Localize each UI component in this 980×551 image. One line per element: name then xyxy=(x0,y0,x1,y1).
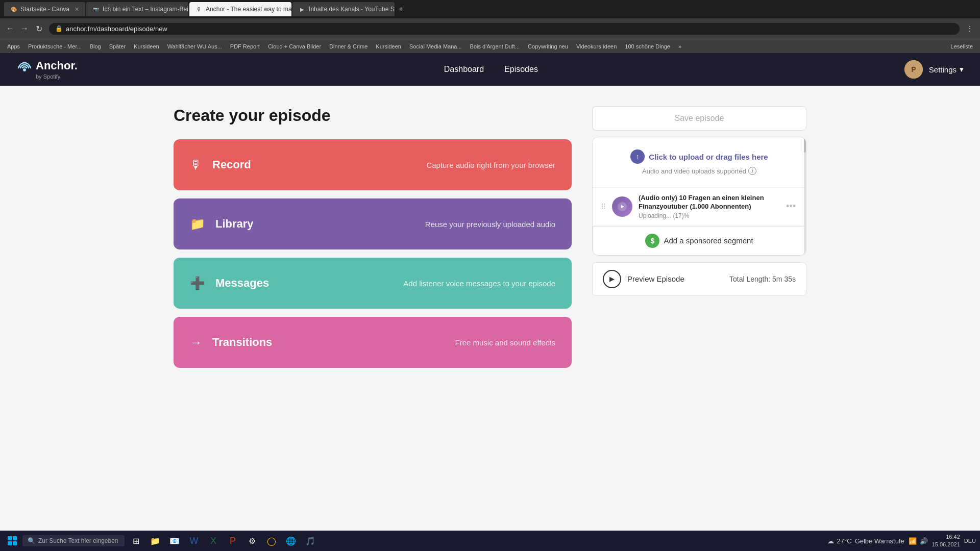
settings-button[interactable]: Settings ▾ xyxy=(929,65,964,74)
system-icons: 📶 🔊 xyxy=(909,537,928,545)
record-card[interactable]: 🎙 Record Capture audio right from your b… xyxy=(174,139,572,190)
play-button[interactable]: ▶ xyxy=(603,270,621,288)
volume-icon[interactable]: 🔊 xyxy=(920,537,928,545)
bookmark-pdf-label: PDF Report xyxy=(230,43,260,49)
bookmark-more[interactable]: » xyxy=(675,42,684,51)
taskbar-search-placeholder: Zur Suche Text hier eingeben xyxy=(38,537,118,544)
bookmark-canva[interactable]: Cloud + Canva Bilder xyxy=(265,42,324,51)
bookmark-produktsuche[interactable]: Produktsuche - Mer... xyxy=(25,42,85,51)
taskbar-excel[interactable]: X xyxy=(204,532,223,550)
start-button[interactable] xyxy=(4,533,20,549)
record-card-desc: Capture audio right from your browser xyxy=(426,161,555,169)
tab-1-label: Startseite - Canva xyxy=(20,6,69,13)
upload-area[interactable]: ↑ Click to upload or drag files here Aud… xyxy=(593,137,806,188)
bookmark-social[interactable]: Social Media Mana... xyxy=(406,42,465,51)
taskbar-clock[interactable]: 16:42 15.06.2021 xyxy=(932,533,960,549)
tab-2[interactable]: 📷 Ich bin ein Text – Instagram-Bei... ✕ xyxy=(86,2,188,16)
avatar: P xyxy=(904,60,923,79)
drag-handle-icon[interactable]: ⠿ xyxy=(601,203,606,211)
taskbar-file-explorer[interactable]: 📁 xyxy=(146,532,164,550)
weather-icon[interactable]: ☁ xyxy=(827,537,834,545)
taskbar-search[interactable]: 🔍 Zur Suche Text hier eingeben xyxy=(22,535,125,546)
logo-icon xyxy=(16,61,33,78)
record-card-icon: 🎙 xyxy=(190,158,202,172)
track-status: Uploading... (17)% xyxy=(639,212,778,219)
episode-panel: ↑ Click to upload or drag files here Aud… xyxy=(592,137,806,256)
upload-link[interactable]: ↑ Click to upload or drag files here xyxy=(605,149,794,164)
back-button[interactable]: ← xyxy=(4,22,16,35)
nav-episodes[interactable]: Episodes xyxy=(504,65,538,74)
info-icon[interactable]: i xyxy=(748,167,756,175)
bookmark-copywriting[interactable]: Copywriting neu xyxy=(525,42,571,51)
app-header: Anchor. by Spotify Dashboard Episodes P … xyxy=(0,53,980,86)
bookmark-kursideen2-label: Kursideen xyxy=(376,43,401,49)
sponsored-segment-button[interactable]: $ Add a sponsored segment xyxy=(593,226,806,256)
system-tray: ☁ 27°C Gelbe Warnstufe xyxy=(827,537,904,545)
transitions-card[interactable]: → Transitions Free music and sound effec… xyxy=(174,317,572,368)
new-tab-button[interactable]: + xyxy=(396,4,406,15)
taskbar-word[interactable]: W xyxy=(185,532,203,550)
bookmark-videokurs[interactable]: Videokurs Ideen xyxy=(573,42,620,51)
tab-3-favicon: 🎙 xyxy=(195,6,203,13)
settings-label: Settings xyxy=(929,65,957,74)
address-bar[interactable]: 🔒 anchor.fm/dashboard/episode/new xyxy=(49,23,960,35)
main-content: Create your episode 🎙 Record Capture aud… xyxy=(133,86,847,388)
logo-area: Anchor. by Spotify xyxy=(16,59,78,80)
logo-text-group: Anchor. by Spotify xyxy=(36,59,78,80)
bookmark-kursideen[interactable]: Kursideen xyxy=(131,42,162,51)
bookmark-kursideen-label: Kursideen xyxy=(134,43,159,49)
taskbar-mail[interactable]: 📧 xyxy=(165,532,184,550)
tab-1[interactable]: 🎨 Startseite - Canva ✕ xyxy=(4,2,85,16)
extensions-button[interactable]: ⋮ xyxy=(964,22,976,35)
library-card-desc: Reuse your previously uploaded audio xyxy=(425,220,555,229)
bookmark-leseliste[interactable]: Leseliste xyxy=(948,42,976,51)
bookmark-later[interactable]: Später xyxy=(106,42,129,51)
taskbar-powerpoint[interactable]: P xyxy=(224,532,242,550)
search-icon: 🔍 xyxy=(28,537,35,544)
messages-card[interactable]: ➕ Messages Add listener voice messages t… xyxy=(174,258,572,309)
taskbar: 🔍 Zur Suche Text hier eingeben ⊞ 📁 📧 W X… xyxy=(0,531,980,551)
bookmarks-bar: Apps Produktsuche - Mer... Blog Später K… xyxy=(0,39,980,53)
taskbar-edge[interactable]: 🌐 xyxy=(282,532,300,550)
transitions-card-title: Transitions xyxy=(212,336,274,349)
left-panel: Create your episode 🎙 Record Capture aud… xyxy=(174,106,572,368)
library-card[interactable]: 📁 Library Reuse your previously uploaded… xyxy=(174,198,572,249)
header-right: P Settings ▾ xyxy=(904,60,964,79)
right-panel: Save episode ↑ Click to upload or drag f… xyxy=(592,106,806,368)
track-title: (Audio only) 10 Fragen an einen kleinen … xyxy=(639,194,778,211)
bookmark-bois[interactable]: Bois d'Argent Duft... xyxy=(467,42,523,51)
forward-button[interactable]: → xyxy=(18,22,31,35)
taskbar-chrome[interactable]: ◯ xyxy=(262,532,281,550)
tab-3-label: Anchor - The easiest way to mai... xyxy=(206,6,291,13)
tab-1-favicon: 🎨 xyxy=(10,6,17,13)
bookmark-blog[interactable]: Blog xyxy=(87,42,104,51)
bookmark-apps[interactable]: Apps xyxy=(4,42,23,51)
bookmark-100schone-label: 100 schöne Dinge xyxy=(625,43,670,49)
reload-button[interactable]: ↻ xyxy=(33,22,45,35)
bookmark-pdf[interactable]: PDF Report xyxy=(227,42,263,51)
taskbar-app-extra[interactable]: 🎵 xyxy=(301,532,320,550)
record-card-title: Record xyxy=(212,158,274,171)
bookmark-100schone[interactable]: 100 schöne Dinge xyxy=(622,42,673,51)
action-cards: 🎙 Record Capture audio right from your b… xyxy=(174,139,572,368)
taskbar-settings[interactable]: ⚙ xyxy=(243,532,261,550)
library-card-icon: 📁 xyxy=(190,217,205,231)
scrollbar[interactable] xyxy=(804,137,806,256)
bookmark-dinner[interactable]: Dinner & Crime xyxy=(326,42,371,51)
clock-date: 15.06.2021 xyxy=(932,541,960,548)
track-more-button[interactable]: ••• xyxy=(784,199,798,214)
bookmark-wahlfaecher[interactable]: Wahlfächer WU Aus... xyxy=(164,42,225,51)
tab-1-close[interactable]: ✕ xyxy=(75,6,79,13)
taskbar-task-view[interactable]: ⊞ xyxy=(127,532,145,550)
bookmark-blog-label: Blog xyxy=(90,43,101,49)
scrollbar-thumb[interactable] xyxy=(804,137,806,153)
sponsored-label: Add a sponsored segment xyxy=(664,236,753,245)
tab-4[interactable]: ▶ Inhalte des Kanals - YouTube St... ✕ xyxy=(292,2,395,16)
track-item: ⠿ (Audio only) 10 Fragen an einen kleine… xyxy=(593,188,806,226)
bookmark-kursideen2[interactable]: Kursideen xyxy=(373,42,404,51)
nav-dashboard[interactable]: Dashboard xyxy=(444,65,484,74)
save-episode-button[interactable]: Save episode xyxy=(592,106,806,131)
app-body: Anchor. by Spotify Dashboard Episodes P … xyxy=(0,53,980,531)
tab-3-active[interactable]: 🎙 Anchor - The easiest way to mai... ✕ xyxy=(189,2,291,16)
network-icon[interactable]: 📶 xyxy=(909,537,917,545)
